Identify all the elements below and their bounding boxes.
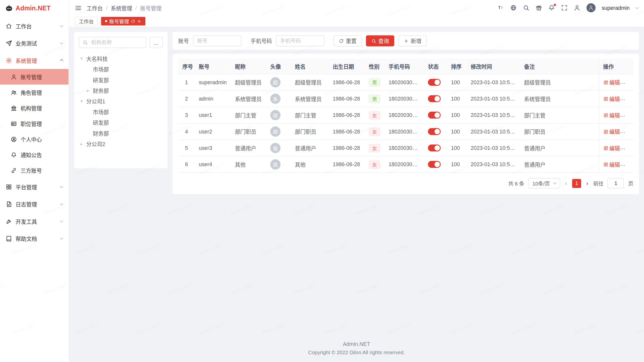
breadcrumb-item[interactable]: 系统管理 — [111, 4, 132, 12]
column-header-5: 姓名 — [291, 59, 329, 74]
tree-node[interactable]: 市场部 — [79, 106, 163, 117]
fullscreen-icon[interactable] — [561, 5, 568, 11]
caret-down-icon[interactable]: ▾ — [80, 99, 86, 103]
grid-icon — [6, 184, 12, 190]
caret-right-icon[interactable]: ▸ — [87, 88, 93, 93]
refresh-icon — [339, 38, 344, 43]
cell-order: 100 — [447, 107, 466, 123]
tree-node[interactable]: 研发部 — [79, 117, 163, 127]
query-button[interactable]: 查询 — [366, 35, 394, 46]
sidebar-item-role[interactable]: 角色管理 — [0, 84, 69, 100]
edit-button[interactable]: 编辑 — [603, 78, 620, 86]
svg-text:T: T — [498, 5, 501, 10]
cell-account: superadmin — [195, 74, 231, 90]
tab-2[interactable]: 账号管理 — [101, 17, 145, 25]
tree-node[interactable]: 研发部 — [79, 74, 163, 85]
edit-button[interactable]: 编辑 — [603, 95, 620, 103]
tree-node[interactable]: 市场部 — [79, 64, 163, 74]
tab-1[interactable]: 工作台 — [75, 17, 98, 25]
cell-remark: 部门职员 — [520, 123, 599, 140]
row-avatar: 部 — [270, 110, 280, 120]
tree-node[interactable]: ▸财务部 — [79, 85, 163, 96]
goto-label: 前往 — [593, 179, 603, 187]
breadcrumb-item[interactable]: 工作台 — [87, 4, 103, 12]
tree-node[interactable]: ▾分公司1 — [79, 96, 163, 106]
close-icon[interactable] — [137, 19, 141, 23]
org-search-input[interactable] — [90, 39, 142, 46]
sidebar-item-notice[interactable]: 通知公告 — [0, 147, 69, 162]
status-toggle[interactable] — [428, 79, 441, 86]
edit-button[interactable]: 编辑 — [603, 111, 620, 119]
cell-order: 100 — [447, 74, 466, 90]
chevron-down-icon[interactable] — [635, 6, 639, 9]
status-toggle[interactable] — [428, 112, 441, 119]
cell-birthday: 1986-06-28 — [329, 123, 365, 140]
app-logo[interactable]: Admin.NET — [0, 0, 69, 16]
cell-account: admin — [195, 90, 231, 107]
search-icon — [83, 40, 88, 45]
account-input[interactable] — [193, 35, 242, 46]
edit-button[interactable]: 编辑 — [603, 160, 620, 168]
edit-button[interactable]: 编辑 — [603, 144, 620, 152]
sidebar-item-workbench[interactable]: 工作台 — [0, 17, 69, 35]
tree-node[interactable]: ▾大名科技 — [79, 53, 163, 64]
edit-button[interactable]: 编辑 — [603, 128, 620, 135]
sidebar-item-account[interactable]: 账号管理 — [0, 69, 69, 84]
status-toggle[interactable] — [428, 145, 441, 152]
caret-right-icon[interactable]: ▸ — [80, 141, 86, 146]
org-more-button[interactable]: ... — [149, 37, 163, 48]
collapse-menu-icon[interactable] — [75, 4, 82, 11]
page-footer: Admin.NET Copyright © 2022 Dilon All rig… — [74, 341, 639, 357]
sidebar-item-business-test[interactable]: 业务测试 — [0, 34, 69, 52]
status-toggle[interactable] — [428, 128, 441, 135]
user-avatar[interactable] — [587, 3, 596, 12]
search-icon[interactable] — [523, 5, 529, 11]
notification-bell-icon[interactable] — [548, 5, 555, 11]
font-size-icon[interactable]: TT — [497, 5, 504, 11]
sidebar-item-profile[interactable]: 个人中心 — [0, 131, 69, 147]
username[interactable]: superadmin — [602, 5, 630, 11]
page-number-1[interactable]: 1 — [572, 179, 581, 188]
column-header-11: 修改时间 — [467, 59, 520, 74]
cell-modified: 2023-01-03 10:59:44 — [467, 123, 520, 140]
locale-icon[interactable] — [510, 5, 517, 11]
home-icon — [6, 23, 12, 29]
caret-down-icon[interactable]: ▾ — [80, 56, 86, 61]
accounts-table-card: 序号账号昵称头像姓名出生日期性别手机号码状态排序修改时间备注操作 1supera… — [173, 54, 639, 194]
tree-node[interactable]: 财务部 — [79, 128, 163, 138]
sidebar-item-help[interactable]: 帮助文档 — [0, 230, 69, 247]
phone-input[interactable] — [276, 35, 325, 46]
reset-button[interactable]: 重置 — [334, 35, 362, 46]
add-button[interactable]: 新增 — [398, 35, 427, 46]
column-header-8: 手机号码 — [384, 59, 424, 74]
sidebar-item-org[interactable]: 机构管理 — [0, 100, 69, 116]
user-icon[interactable] — [574, 5, 580, 11]
status-toggle[interactable] — [428, 161, 441, 168]
theme-icon[interactable] — [536, 5, 542, 11]
cell-phone: 18020030720 — [384, 107, 424, 123]
sidebar-item-platform[interactable]: 平台管理 — [0, 178, 69, 196]
sidebar-item-system[interactable]: 系统管理 — [0, 52, 69, 69]
tree-node[interactable]: ▸分公司2 — [79, 138, 163, 149]
sidebar-item-devtools[interactable]: 开发工具 — [0, 213, 69, 230]
tree-node-label: 研发部 — [93, 76, 109, 83]
cell-account: user2 — [195, 123, 231, 140]
users-icon — [11, 89, 17, 95]
prev-page-button[interactable]: ‹ — [564, 180, 568, 187]
refresh-icon[interactable] — [131, 19, 135, 23]
cell-name: 超级管理员 — [291, 74, 329, 90]
gear-icon — [6, 57, 12, 63]
cell-birthday: 1986-06-28 — [329, 156, 365, 172]
goto-page-input[interactable] — [608, 178, 624, 189]
cell-phone: 18020030720 — [384, 90, 424, 107]
sidebar-item-third-account[interactable]: 三方账号 — [0, 163, 69, 178]
page-size-select[interactable]: 10条/页 — [528, 178, 560, 189]
sidebar-item-log[interactable]: 日志管理 — [0, 195, 69, 213]
next-page-button[interactable]: › — [585, 180, 589, 187]
sidebar-item-position[interactable]: 职位管理 — [0, 116, 69, 131]
cell-actions: 编辑 — [599, 156, 633, 172]
status-toggle[interactable] — [428, 95, 441, 102]
tree-node-label: 财务部 — [93, 129, 109, 137]
pagination: 共 6 条 10条/页 ‹ 1 › 前往 页 — [178, 178, 633, 189]
plus-icon — [404, 38, 409, 43]
